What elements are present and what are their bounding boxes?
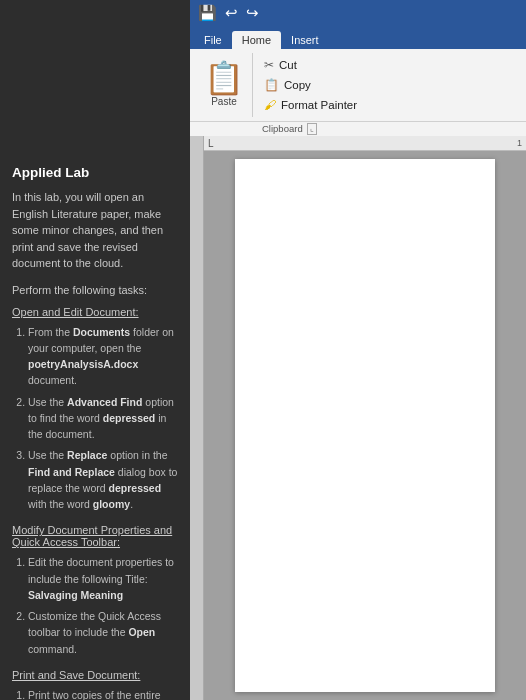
cut-label: Cut <box>279 59 297 71</box>
section3-title: Print and Save Document: <box>12 669 178 681</box>
clipboard-dialog-launcher[interactable]: ⌞ <box>307 123 317 135</box>
list-item: Customize the Quick Access toolbar to in… <box>28 608 178 657</box>
save-icon[interactable]: 💾 <box>198 4 217 22</box>
copy-icon: 📋 <box>264 78 279 92</box>
redo-icon[interactable]: ↪ <box>246 4 259 22</box>
cut-button[interactable]: ✂ Cut <box>261 55 360 75</box>
tab-home[interactable]: Home <box>232 31 281 49</box>
tab-file[interactable]: File <box>194 31 232 49</box>
paste-label: Paste <box>211 96 237 107</box>
copy-label: Copy <box>284 79 311 91</box>
list-item: Use the Advanced Find option to find the… <box>28 394 178 443</box>
section3-list: Print two copies of the entire document … <box>12 687 178 700</box>
tab-bar: File Home Insert <box>190 26 526 49</box>
format-painter-button[interactable]: 🖌 Format Painter <box>261 95 360 115</box>
section1-title: Open and Edit Document: <box>12 306 178 318</box>
document-area[interactable] <box>204 151 526 700</box>
lab-instructions-panel: Applied Lab In this lab, you will open a… <box>0 151 190 700</box>
copy-button[interactable]: 📋 Copy <box>261 75 360 95</box>
document-page <box>235 159 495 692</box>
vertical-ruler <box>190 151 204 700</box>
tasks-heading: Perform the following tasks: <box>12 284 178 296</box>
undo-icon[interactable]: ↩ <box>225 4 238 22</box>
format-painter-icon: 🖌 <box>264 98 276 112</box>
ruler: L 1 <box>204 136 526 151</box>
tab-insert[interactable]: Insert <box>281 31 329 49</box>
title-bar: 💾 ↩ ↪ <box>190 0 526 26</box>
cut-icon: ✂ <box>264 58 274 72</box>
paste-button[interactable]: 📋 Paste <box>196 53 253 117</box>
format-painter-label: Format Painter <box>281 99 357 111</box>
clipboard-group-label: Clipboard <box>262 123 303 134</box>
list-item: Print two copies of the entire document … <box>28 687 178 700</box>
ruler-tab-marker: L <box>208 138 214 149</box>
ruler-number: 1 <box>517 138 522 148</box>
clipboard-group: ✂ Cut 📋 Copy 🖌 Format Painter <box>255 53 366 117</box>
ribbon-content: 📋 Paste ✂ Cut 📋 Copy 🖌 Format <box>190 49 526 121</box>
section2-title: Modify Document Properties and Quick Acc… <box>12 524 178 548</box>
list-item: Use the Replace option in the Find and R… <box>28 447 178 512</box>
clipboard-footer-bar: Clipboard ⌞ <box>190 121 526 136</box>
paste-icon: 📋 <box>204 62 244 94</box>
section2-list: Edit the document properties to include … <box>12 554 178 657</box>
panel-intro: In this lab, you will open an English Li… <box>12 189 178 272</box>
list-item: From the Documents folder on your comput… <box>28 324 178 389</box>
section1-list: From the Documents folder on your comput… <box>12 324 178 513</box>
list-item: Edit the document properties to include … <box>28 554 178 603</box>
panel-title: Applied Lab <box>12 165 178 180</box>
